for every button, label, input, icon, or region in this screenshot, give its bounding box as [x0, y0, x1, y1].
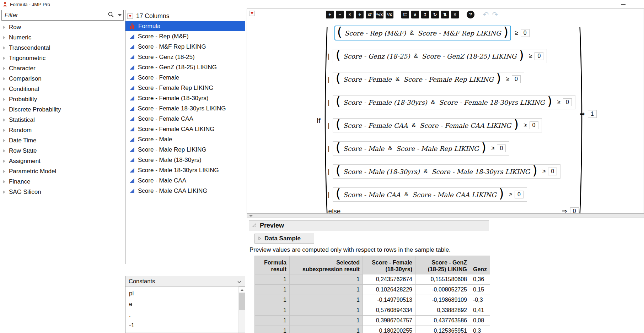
column-reference[interactable]: Score - Male: [343, 145, 385, 152]
column-item-score-female-caa-liking[interactable]: Score - Female CAA LIKING: [125, 124, 245, 134]
redo-button[interactable]: ↷: [492, 11, 499, 18]
disclosure-closed-icon[interactable]: [258, 235, 262, 242]
function-category-row-state[interactable]: Row State: [0, 146, 125, 156]
comparison-operator[interactable]: ≥: [524, 122, 527, 129]
local-variable-button[interactable]: t=: [401, 11, 409, 18]
raise-button[interactable]: ∧: [411, 11, 419, 18]
column-reference[interactable]: Score - Female 18-30yrs LIKING: [439, 99, 545, 106]
constant-value[interactable]: 0: [512, 75, 521, 83]
cell[interactable]: 0,33882892: [415, 305, 470, 316]
column-item-score-female-caa[interactable]: Score - Female CAA: [125, 114, 245, 124]
function-category-statistical[interactable]: Statistical: [0, 115, 125, 125]
cell[interactable]: 1: [255, 326, 290, 333]
comparison-expression[interactable]: (Score - Male CAA&Score - Male CAA LIKIN…: [333, 187, 527, 202]
column-reference[interactable]: Score - Female: [343, 76, 392, 83]
column-reference[interactable]: Score - Female (18-30yrs): [343, 99, 427, 106]
column-item-score-female-18-30yrs[interactable]: Score - Female (18-30yrs): [125, 93, 245, 103]
cell[interactable]: 0,15: [470, 285, 490, 295]
constant-value[interactable]: 0: [563, 98, 572, 106]
column-item-score-male-rep-liking[interactable]: Score - Male Rep LIKING: [125, 144, 245, 155]
column-reference[interactable]: Score - Male (18-30yrs): [343, 168, 420, 175]
constant-value[interactable]: 0: [530, 121, 538, 129]
constant-value[interactable]: 0: [515, 191, 524, 198]
column-reference[interactable]: Score - Male CAA LIKING: [412, 191, 497, 198]
else-value[interactable]: 0: [570, 207, 579, 213]
column-header[interactable]: Genz: [470, 256, 490, 274]
and-operator[interactable]: &: [396, 76, 399, 83]
column-item-score-m-f-rep-liking[interactable]: Score - M&F Rep LIKING: [125, 42, 245, 52]
and-operator[interactable]: &: [424, 168, 428, 175]
divide-button[interactable]: ÷: [356, 11, 364, 18]
comparison-operator[interactable]: ≥: [542, 168, 546, 175]
and-group[interactable]: (Score - Male CAA&Score - Male CAA LIKIN…: [334, 188, 505, 201]
data-sample-header[interactable]: Data Sample: [254, 234, 314, 244]
peel-button[interactable]: ↥: [421, 11, 429, 18]
column-item-score-female-18-30yrs-liking[interactable]: Score - Female 18-30yrs LIKING: [125, 103, 245, 114]
function-category-assignment[interactable]: Assignment: [0, 156, 125, 166]
cell[interactable]: -0,3: [470, 295, 490, 305]
chevron-down-icon[interactable]: [237, 278, 241, 285]
minimize-button[interactable]: [618, 1, 628, 7]
column-item-score-genz-18-25[interactable]: Score - Genz (18-25): [125, 52, 245, 62]
and-group[interactable]: (Score - Genz (18-25)&Score - GenZ (18-2…: [334, 49, 526, 63]
and-operator[interactable]: &: [431, 99, 435, 106]
red-triangle-menu-icon[interactable]: [249, 11, 255, 16]
constant-item-1[interactable]: -1: [125, 320, 238, 331]
column-item-score-male-18-30yrs-liking[interactable]: Score - Male 18-30yrs LIKING: [125, 165, 245, 175]
unglue-button[interactable]: ⇅: [441, 11, 449, 18]
cell[interactable]: 0,180200255: [363, 326, 415, 333]
function-category-parametric-model[interactable]: Parametric Model: [0, 166, 125, 176]
comparison-expression[interactable]: (Score - Female (18-30yrs)&Score - Femal…: [333, 95, 575, 109]
and-group[interactable]: (Score - Female CAA&Score - Female CAA L…: [334, 119, 520, 132]
cell[interactable]: 0,437763586: [415, 316, 470, 326]
comparison-expression[interactable]: (Score - Female CAA&Score - Female CAA L…: [333, 118, 542, 132]
add-button[interactable]: +: [326, 11, 334, 18]
column-reference[interactable]: Score - Male CAA: [343, 191, 401, 198]
column-header[interactable]: Formularesult: [255, 256, 290, 274]
constant-value[interactable]: 0: [521, 29, 530, 37]
constant-value[interactable]: 0: [535, 52, 543, 60]
constants-scrollbar[interactable]: [238, 286, 245, 333]
column-item-score-male[interactable]: Score - Male: [125, 134, 245, 144]
function-category-finance[interactable]: Finance: [0, 176, 125, 187]
cell[interactable]: 1: [255, 274, 290, 285]
column-reference[interactable]: Score - Female CAA: [343, 122, 408, 129]
subtract-button[interactable]: −: [336, 11, 344, 18]
constant-value[interactable]: 0: [497, 144, 506, 152]
function-category-comparison[interactable]: Comparison: [0, 73, 125, 84]
cell[interactable]: 0,08: [470, 316, 490, 326]
red-triangle-menu-icon[interactable]: [127, 13, 133, 19]
column-item-score-male-caa[interactable]: Score - Male CAA: [125, 175, 245, 186]
function-category-discrete-probability[interactable]: Discrete Probability: [0, 104, 125, 115]
cell[interactable]: 1: [290, 316, 363, 326]
function-category-numeric[interactable]: Numeric: [0, 32, 125, 43]
cell[interactable]: 1: [255, 305, 290, 316]
cell[interactable]: 1: [255, 316, 290, 326]
column-item-score-female-rep-liking[interactable]: Score - Female Rep LIKING: [125, 83, 245, 93]
then-value[interactable]: 1: [588, 110, 597, 118]
undo-button[interactable]: ↶: [482, 11, 489, 18]
cell[interactable]: 1: [290, 285, 363, 295]
swap-terms-button[interactable]: ↻: [431, 11, 439, 18]
comparison-operator[interactable]: ≥: [509, 191, 512, 198]
cell[interactable]: -0,008052725: [415, 285, 470, 295]
cell[interactable]: 0,1026428229: [363, 285, 415, 295]
and-group[interactable]: (Score - Male&Score - Male Rep LIKING): [334, 142, 488, 155]
comparison-expression[interactable]: (Score - Rep (M&F)&Score - M&F Rep LIKIN…: [333, 26, 533, 40]
and-operator[interactable]: &: [388, 145, 392, 152]
cell[interactable]: 1: [290, 274, 363, 285]
column-reference[interactable]: Score - Rep (M&F): [345, 29, 406, 37]
cell[interactable]: 1: [290, 326, 363, 333]
multiply-button[interactable]: ×: [346, 11, 354, 18]
cell[interactable]: -0,149790513: [363, 295, 415, 305]
and-operator[interactable]: &: [412, 122, 416, 129]
function-category-trigonometric[interactable]: Trigonometric: [0, 53, 125, 63]
cell[interactable]: 0,5760894334: [363, 305, 415, 316]
help-button[interactable]: ?: [467, 11, 474, 18]
cell[interactable]: 0,1551580608: [415, 274, 470, 285]
preview-header[interactable]: Preview: [249, 220, 489, 231]
column-item-formula[interactable]: Formula: [125, 21, 245, 31]
scroll-up-button[interactable]: [239, 286, 245, 293]
comparison-operator[interactable]: ≥: [491, 145, 494, 152]
cell[interactable]: -0,198689109: [415, 295, 470, 305]
